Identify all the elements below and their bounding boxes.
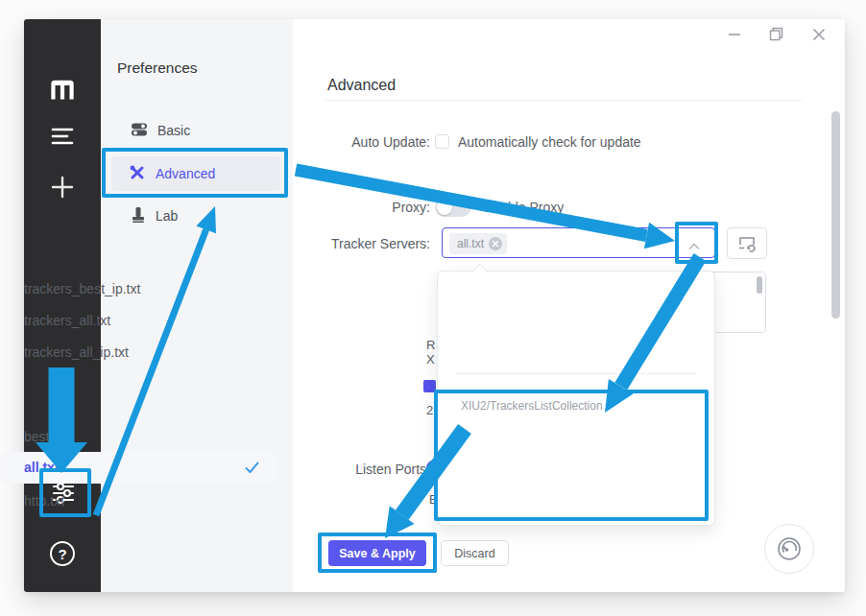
main-scrollbar-thumb[interactable]	[831, 111, 840, 319]
check-icon	[245, 462, 259, 474]
dropdown-item[interactable]: best.txt	[1, 421, 277, 453]
dropdown-item[interactable]: trackers_best_ip.txt	[1, 273, 277, 305]
title-divider	[325, 100, 802, 101]
proxy-label: Proxy:	[277, 200, 430, 215]
selected-tag: all.txt	[449, 233, 507, 254]
proxy-toggle[interactable]	[435, 198, 471, 217]
obscured-text-fragment: X	[426, 352, 435, 367]
nav-label: Lab	[156, 208, 178, 224]
screenshot-stage: ? Preferences Basic Advanced Lab Advance…	[0, 0, 866, 616]
textarea-scroll-thumb[interactable]	[757, 276, 762, 294]
sync-trackers-button[interactable]	[727, 227, 767, 259]
save-apply-button[interactable]: Save & Apply	[328, 540, 426, 566]
auto-update-checkbox[interactable]	[435, 134, 449, 149]
minimize-button[interactable]	[726, 26, 743, 47]
nav-label: Advanced	[156, 166, 215, 181]
page-title: Advanced	[327, 77, 396, 94]
lab-stamp-icon	[131, 206, 146, 226]
basic-toggles-icon	[131, 121, 148, 141]
help-glyph: ?	[50, 541, 75, 566]
add-task-icon[interactable]	[50, 175, 75, 200]
dropdown-item[interactable]: trackers_all.txt	[1, 305, 277, 337]
auto-update-label: Auto Update:	[277, 134, 430, 150]
proxy-option[interactable]: Enable Proxy	[484, 200, 564, 215]
chevron-up-icon[interactable]	[687, 238, 701, 255]
tag-label: all.txt	[457, 237, 484, 250]
nav-label: Basic	[157, 123, 190, 138]
nav-item-advanced[interactable]: Advanced	[111, 156, 280, 191]
dropdown-divider	[456, 373, 696, 374]
speedometer-icon	[775, 534, 804, 563]
dropdown-item[interactable]: http.txt	[1, 486, 277, 517]
obscured-text-fragment: R	[426, 338, 435, 352]
close-button[interactable]	[810, 26, 828, 47]
discard-button[interactable]: Discard	[441, 540, 509, 566]
auto-update-option[interactable]: Automatically check for update	[458, 134, 641, 150]
toggle-knob	[437, 200, 452, 215]
obscured-text-fragment: 2	[426, 403, 433, 417]
help-icon[interactable]: ?	[50, 541, 75, 566]
motrix-logo-icon	[48, 75, 77, 104]
task-list-icon[interactable]	[49, 125, 76, 148]
restore-button[interactable]	[768, 26, 784, 46]
preferences-title: Preferences	[117, 59, 198, 77]
listen-ports-label: Listen Ports:	[277, 462, 430, 477]
nav-item-basic[interactable]: Basic	[113, 113, 282, 148]
nav-item-lab[interactable]: Lab	[113, 199, 282, 233]
dropdown-item[interactable]: trackers_all_ip.txt	[1, 337, 277, 368]
tag-close-icon[interactable]	[489, 237, 502, 250]
speed-gauge-button[interactable]	[764, 524, 814, 574]
dropdown-item-selected[interactable]: all.txt	[1, 452, 277, 484]
dropdown-item-label: all.txt	[24, 460, 60, 475]
obscured-checkbox	[423, 380, 436, 392]
tracker-servers-select[interactable]: all.txt	[442, 227, 715, 258]
obscured-toggle	[426, 460, 437, 477]
tracker-servers-label: Tracker Servers:	[277, 236, 430, 251]
dropdown-group-label: XIU2/TrackersListCollection	[461, 393, 603, 418]
advanced-tools-icon	[129, 164, 146, 184]
